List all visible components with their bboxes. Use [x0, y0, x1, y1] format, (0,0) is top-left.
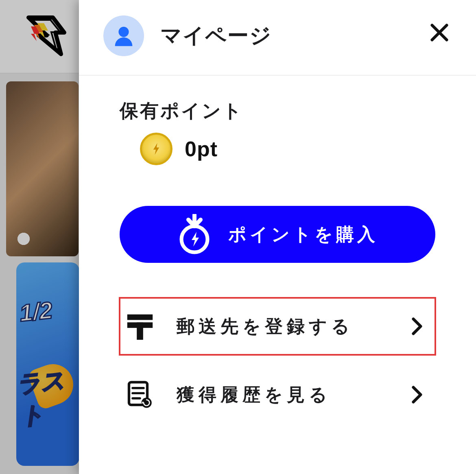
menu-item-label: 郵送先を登録する: [177, 315, 412, 339]
buy-points-label: ポイントを購入: [228, 223, 378, 247]
page-title: マイページ: [160, 22, 272, 50]
menu-item-history[interactable]: 獲得履歴を見る: [120, 366, 435, 423]
menu-list: 郵送先を登録する: [79, 263, 476, 423]
close-icon: [430, 23, 449, 42]
menu-item-register-address[interactable]: 郵送先を登録する: [120, 298, 435, 355]
postal-icon: [124, 310, 156, 343]
points-label: 保有ポイント: [120, 98, 476, 124]
svg-rect-4: [127, 315, 153, 320]
close-button[interactable]: [427, 20, 452, 45]
drawer-header: マイページ: [79, 0, 476, 76]
buy-points-icon: [177, 214, 212, 255]
svg-point-0: [118, 27, 129, 37]
mypage-drawer: マイページ 保有ポイント 0pt: [79, 0, 476, 474]
menu-item-label: 獲得履歴を見る: [177, 383, 412, 407]
chevron-right-icon: [412, 386, 423, 404]
points-value: 0pt: [185, 137, 218, 161]
points-row: 0pt: [120, 133, 476, 165]
chevron-right-icon: [412, 317, 423, 335]
buy-points-button[interactable]: ポイントを購入: [120, 206, 435, 263]
avatar-icon: [103, 15, 144, 56]
coin-icon: [140, 133, 172, 165]
points-section: 保有ポイント 0pt: [79, 76, 476, 165]
document-history-icon: [124, 378, 156, 411]
svg-rect-6: [137, 322, 143, 340]
